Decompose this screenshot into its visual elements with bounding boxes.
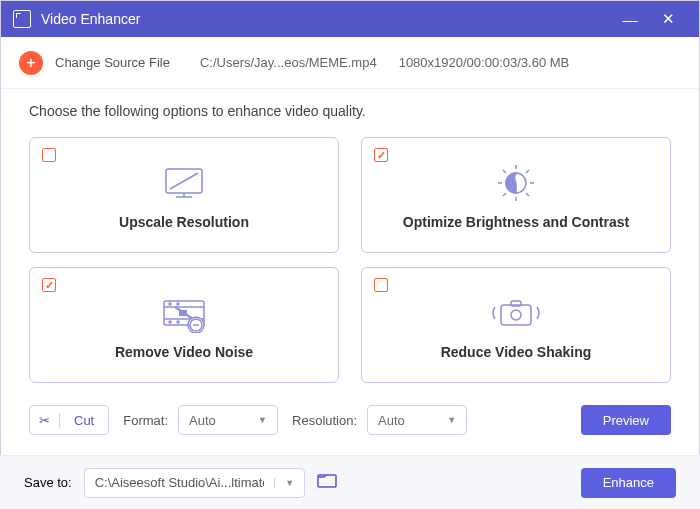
controls-row: ✂ Cut Format: Auto ▼ Resolution: Auto ▼ … [29, 405, 671, 435]
option-noise[interactable]: Remove Video Noise [29, 267, 339, 383]
titlebar: Video Enhancer — ✕ [1, 1, 699, 37]
brightness-icon [490, 160, 542, 206]
svg-line-9 [503, 170, 506, 173]
source-bar: + Change Source File C:/Users/Jay...eos/… [1, 37, 699, 89]
option-shaking[interactable]: Reduce Video Shaking [361, 267, 671, 383]
chevron-down-icon: ▼ [258, 415, 267, 425]
svg-point-18 [169, 321, 171, 323]
close-button[interactable]: ✕ [649, 1, 687, 37]
chevron-down-icon: ▼ [285, 478, 294, 488]
path-dropdown[interactable]: ▼ [274, 478, 304, 488]
app-icon [13, 10, 31, 28]
upscale-icon [158, 160, 210, 206]
format-select[interactable]: Auto ▼ [178, 405, 278, 435]
svg-point-16 [169, 303, 171, 305]
source-info: 1080x1920/00:00:03/3.60 MB [399, 55, 570, 70]
window-title: Video Enhancer [41, 11, 611, 27]
resolution-value: Auto [378, 413, 405, 428]
cut-label: Cut [60, 413, 108, 428]
noise-icon [158, 290, 210, 336]
svg-line-21 [175, 307, 193, 319]
add-source-icon[interactable]: + [19, 51, 43, 75]
svg-line-11 [503, 193, 506, 196]
option-brightness[interactable]: Optimize Brightness and Contrast [361, 137, 671, 253]
option-label: Reduce Video Shaking [441, 344, 592, 360]
save-path-box: ▼ [84, 468, 305, 498]
scissors-icon: ✂ [30, 413, 60, 428]
preview-button[interactable]: Preview [581, 405, 671, 435]
svg-line-10 [526, 193, 529, 196]
svg-point-17 [177, 303, 179, 305]
chevron-down-icon: ▼ [447, 415, 456, 425]
footer-bar: Save to: ▼ Enhance [0, 455, 700, 509]
options-grid: Upscale Resolution Optimize Brightness a… [29, 137, 671, 383]
svg-point-19 [177, 321, 179, 323]
save-to-label: Save to: [24, 475, 72, 490]
change-source-link[interactable]: Change Source File [55, 55, 170, 70]
resolution-label: Resolution: [292, 413, 357, 428]
svg-point-27 [511, 310, 521, 320]
option-label: Remove Video Noise [115, 344, 253, 360]
resolution-select[interactable]: Auto ▼ [367, 405, 467, 435]
checkbox-icon[interactable] [42, 148, 56, 162]
format-value: Auto [189, 413, 216, 428]
svg-line-12 [526, 170, 529, 173]
cut-button[interactable]: ✂ Cut [29, 405, 109, 435]
shaking-icon [487, 290, 545, 336]
instruction-text: Choose the following options to enhance … [29, 103, 671, 119]
option-upscale[interactable]: Upscale Resolution [29, 137, 339, 253]
svg-rect-26 [511, 301, 521, 306]
format-label: Format: [123, 413, 168, 428]
svg-rect-25 [501, 305, 531, 325]
save-path-input[interactable] [85, 469, 274, 497]
checkbox-icon[interactable] [374, 148, 388, 162]
option-label: Optimize Brightness and Contrast [403, 214, 629, 230]
checkbox-icon[interactable] [42, 278, 56, 292]
option-label: Upscale Resolution [119, 214, 249, 230]
minimize-button[interactable]: — [611, 1, 649, 37]
enhance-button[interactable]: Enhance [581, 468, 676, 498]
checkbox-icon[interactable] [374, 278, 388, 292]
browse-folder-icon[interactable] [317, 472, 337, 493]
svg-line-1 [170, 173, 198, 189]
source-path: C:/Users/Jay...eos/MEME.mp4 [200, 55, 377, 70]
